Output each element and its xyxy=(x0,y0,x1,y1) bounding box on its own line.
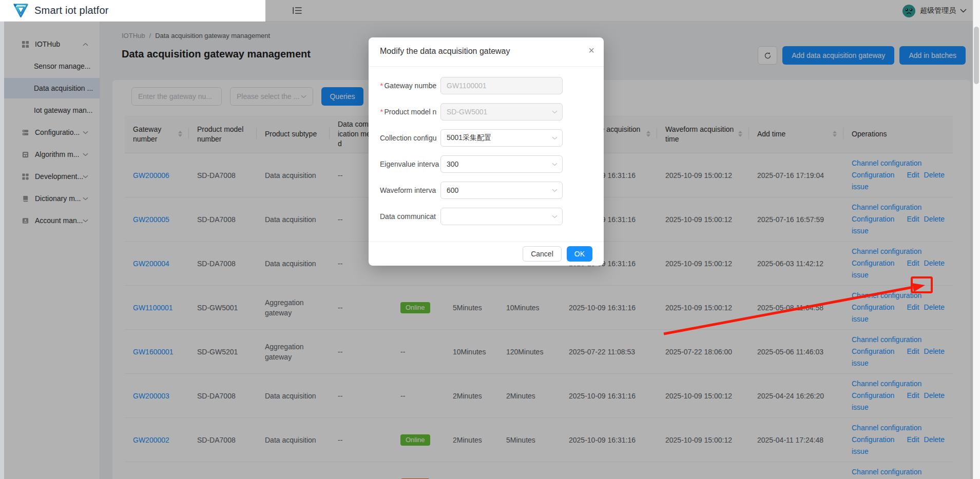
field-label: Eigenvalue interva xyxy=(380,160,440,168)
field-value: GW1100001 xyxy=(447,82,487,90)
field-label-text: Data communicat xyxy=(380,212,436,221)
field-label-text: Product model n xyxy=(384,108,436,116)
field-label-text: Eigenvalue interva xyxy=(380,160,439,168)
ok-button[interactable]: OK xyxy=(567,246,592,262)
chevron-down-icon xyxy=(552,189,558,192)
field-label-text: Collection configu xyxy=(380,134,437,142)
field-select[interactable]: 300 xyxy=(440,155,563,173)
required-asterisk: * xyxy=(380,108,382,116)
field-label: Waveform interva xyxy=(380,186,440,194)
chevron-down-icon xyxy=(552,163,558,166)
modal-body: *Gateway numbeGW1100001*Product model nS… xyxy=(369,67,604,242)
scrollbar-thumb[interactable] xyxy=(974,27,979,84)
field-select[interactable]: 5001采集配置 xyxy=(440,129,563,147)
field-label: *Gateway numbe xyxy=(380,82,440,90)
modal-form-row: Data communicat xyxy=(380,208,592,225)
field-select[interactable] xyxy=(440,208,563,225)
app-root: 超级管理员 IOTHubSensor manage...Data acquisi… xyxy=(0,0,980,479)
modal-header: Modify the data acquisition gateway × xyxy=(369,37,604,67)
modify-gateway-modal: Modify the data acquisition gateway × *G… xyxy=(369,37,604,266)
field-label: *Product model n xyxy=(380,108,440,116)
field-value: SD-GW5001 xyxy=(447,108,487,116)
modal-form-row: *Gateway numbeGW1100001 xyxy=(380,77,592,94)
window-edge-strip xyxy=(0,22,4,479)
chevron-down-icon xyxy=(552,136,558,140)
field-value: 600 xyxy=(447,186,458,194)
app-title: Smart iot platfor xyxy=(34,5,109,16)
app-logo-icon xyxy=(13,3,29,18)
modal-footer: Cancel OK xyxy=(369,242,604,266)
field-label: Collection configu xyxy=(380,134,440,142)
chevron-down-icon xyxy=(552,110,558,114)
close-icon[interactable]: × xyxy=(588,45,594,56)
field-value: 5001采集配置 xyxy=(447,133,491,143)
field-label: Data communicat xyxy=(380,212,440,221)
field-select[interactable]: 600 xyxy=(440,182,563,199)
modal-form-row: *Product model nSD-GW5001 xyxy=(380,103,592,121)
chevron-down-icon xyxy=(552,215,558,218)
cancel-button[interactable]: Cancel xyxy=(523,246,562,262)
field-value: 300 xyxy=(447,160,458,168)
field-input: GW1100001 xyxy=(440,77,563,94)
modal-form-row: Waveform interva600 xyxy=(380,182,592,199)
field-label-text: Gateway numbe xyxy=(384,82,436,90)
modal-form-row: Collection configu5001采集配置 xyxy=(380,129,592,147)
browser-scrollbar[interactable] xyxy=(973,0,980,479)
required-asterisk: * xyxy=(380,82,382,90)
modal-form-row: Eigenvalue interva300 xyxy=(380,155,592,173)
field-select: SD-GW5001 xyxy=(440,103,563,121)
field-label-text: Waveform interva xyxy=(380,186,436,194)
modal-title: Modify the data acquisition gateway xyxy=(380,47,510,55)
logo-area: Smart iot platfor xyxy=(0,0,265,22)
